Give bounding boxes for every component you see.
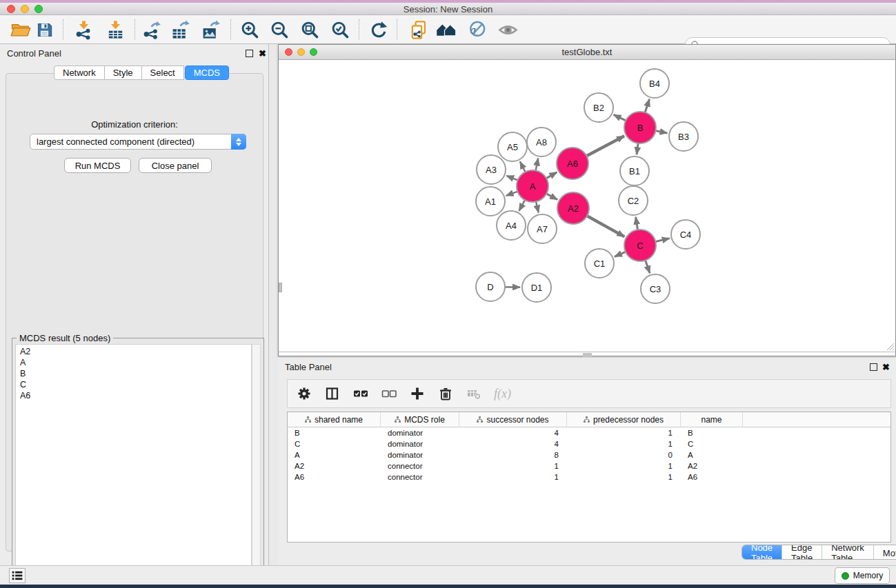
- table-row[interactable]: Bdominator41B: [288, 427, 890, 438]
- table-row[interactable]: A2connector11A2: [288, 460, 890, 472]
- cell-predecessor-nodes[interactable]: 1: [567, 472, 681, 483]
- cell-predecessor-nodes[interactable]: 1: [567, 460, 681, 472]
- add-column-icon[interactable]: [409, 385, 426, 402]
- import-network-icon[interactable]: [70, 15, 97, 44]
- close-panel-icon[interactable]: ✖: [259, 50, 266, 57]
- cell-shared-name[interactable]: A2: [288, 460, 381, 472]
- cell-name[interactable]: C: [681, 438, 743, 449]
- hide-labels-icon[interactable]: a: [463, 15, 490, 44]
- criterion-dropdown[interactable]: largest connected component (directed): [30, 134, 246, 150]
- import-table-icon[interactable]: [101, 15, 129, 44]
- table-toolbar: f(x): [287, 379, 891, 408]
- zoom-selected-icon[interactable]: [326, 15, 354, 44]
- network-column-icon: [584, 415, 590, 425]
- cell-predecessor-nodes[interactable]: 0: [567, 449, 681, 460]
- result-item[interactable]: A: [20, 357, 251, 368]
- cell-MCDS-role[interactable]: dominator: [381, 427, 459, 438]
- cell-shared-name[interactable]: A: [288, 449, 381, 460]
- tab-edge-table[interactable]: Edge Table: [781, 545, 822, 560]
- network-graph[interactable]: B4B2BB3A8A5A6A3B1AA1C2A2A4A7C4CC1C3DD1: [279, 60, 895, 352]
- tab-select[interactable]: Select: [142, 65, 184, 80]
- zoom-out-icon[interactable]: [266, 15, 293, 44]
- close-table-panel-icon[interactable]: ✖: [882, 363, 890, 371]
- control-panel: Control Panel ✖ NetworkStyleSelectMCDS O…: [0, 44, 269, 565]
- delete-table-icon[interactable]: [466, 385, 482, 402]
- cell-MCDS-role[interactable]: connector: [381, 472, 459, 483]
- network-window-title: testGlobe.txt: [279, 47, 895, 57]
- tab-mcds[interactable]: MCDS: [185, 65, 229, 80]
- show-details-eye-icon[interactable]: [494, 15, 521, 44]
- cell-shared-name[interactable]: B: [288, 427, 381, 438]
- cell-successor-nodes[interactable]: 1: [459, 460, 567, 472]
- cell-predecessor-nodes[interactable]: 1: [567, 438, 681, 449]
- cell-name[interactable]: A: [681, 449, 743, 460]
- table-row[interactable]: Cdominator41C: [288, 438, 890, 449]
- export-network-icon[interactable]: [137, 15, 165, 44]
- cell-name[interactable]: A2: [681, 460, 743, 472]
- resize-grip-icon[interactable]: [886, 342, 895, 351]
- export-image-icon[interactable]: [197, 15, 224, 44]
- cell-name[interactable]: A6: [681, 472, 743, 483]
- result-item[interactable]: C: [20, 379, 251, 390]
- node-label-A2: A2: [568, 203, 579, 214]
- vertical-scroll-thumb[interactable]: [279, 283, 282, 292]
- cell-MCDS-role[interactable]: dominator: [381, 449, 459, 460]
- tab-node-table[interactable]: Node Table: [742, 545, 781, 560]
- save-session-icon[interactable]: [30, 15, 58, 44]
- node-label-B1: B1: [629, 166, 640, 176]
- tab-style[interactable]: Style: [105, 65, 142, 80]
- network-canvas[interactable]: B4B2BB3A8A5A6A3B1AA1C2A2A4A7C4CC1C3DD1: [279, 60, 895, 352]
- function-builder-icon[interactable]: f(x): [494, 387, 511, 401]
- mcds-result-list[interactable]: A2ABCA6: [15, 344, 252, 572]
- result-item[interactable]: A6: [20, 390, 251, 401]
- column-header-name[interactable]: name: [681, 412, 743, 427]
- delete-column-trash-icon[interactable]: [437, 385, 454, 402]
- refresh-icon[interactable]: [365, 15, 392, 44]
- cell-predecessor-nodes[interactable]: 1: [567, 427, 681, 438]
- memory-button[interactable]: Memory: [835, 567, 890, 584]
- result-scrollbar[interactable]: [252, 344, 261, 572]
- column-header-MCDS-role[interactable]: MCDS role: [381, 412, 459, 427]
- cell-successor-nodes[interactable]: 8: [459, 449, 567, 460]
- cell-successor-nodes[interactable]: 4: [459, 438, 567, 449]
- task-history-button[interactable]: [9, 568, 26, 583]
- cell-successor-nodes[interactable]: 1: [459, 472, 567, 483]
- network-window-titlebar[interactable]: testGlobe.txt: [279, 45, 895, 60]
- clear-all-checkboxes-icon[interactable]: [381, 385, 397, 402]
- tab-network-table[interactable]: Network Table: [822, 545, 873, 560]
- node-label-C2: C2: [628, 196, 639, 206]
- horizontal-scrollbar[interactable]: [279, 352, 895, 356]
- cell-shared-name[interactable]: A6: [288, 472, 381, 483]
- table-row[interactable]: A6connector11A6: [288, 472, 890, 483]
- clone-network-icon[interactable]: [405, 15, 432, 44]
- table-row[interactable]: Adominator80A: [288, 449, 890, 460]
- float-table-panel-icon[interactable]: [870, 363, 877, 371]
- memory-status-icon: [842, 572, 849, 580]
- cell-MCDS-role[interactable]: connector: [381, 460, 459, 472]
- select-all-checkboxes-icon[interactable]: [352, 385, 369, 402]
- toolbar-separator: [135, 19, 135, 40]
- home-icon[interactable]: [432, 15, 460, 44]
- horizontal-scroll-thumb[interactable]: [583, 353, 592, 356]
- zoom-in-icon[interactable]: [236, 15, 263, 44]
- export-table-icon[interactable]: [166, 15, 194, 44]
- result-item[interactable]: B: [20, 368, 251, 379]
- split-columns-icon[interactable]: [324, 385, 341, 402]
- cell-MCDS-role[interactable]: dominator: [381, 438, 459, 449]
- cell-name[interactable]: B: [681, 427, 743, 438]
- column-header-successor-nodes[interactable]: successor nodes: [459, 412, 567, 427]
- toolbar-separator: [359, 19, 359, 40]
- mcds-result-box: MCDS result (5 nodes) A2ABCA6: [12, 338, 264, 576]
- zoom-fit-icon[interactable]: [296, 15, 323, 44]
- tab-motifs[interactable]: Motifs: [873, 545, 896, 560]
- cell-shared-name[interactable]: C: [288, 438, 381, 449]
- result-item[interactable]: A2: [20, 346, 251, 357]
- table-settings-gear-icon[interactable]: [296, 385, 312, 402]
- cell-successor-nodes[interactable]: 4: [459, 427, 567, 438]
- column-header-shared-name[interactable]: shared name: [288, 412, 381, 427]
- column-header-predecessor-nodes[interactable]: predecessor nodes: [567, 412, 681, 427]
- close-panel-button[interactable]: Close panel: [139, 158, 212, 173]
- float-panel-icon[interactable]: [246, 50, 253, 57]
- tab-network[interactable]: Network: [54, 65, 105, 80]
- run-mcds-button[interactable]: Run MCDS: [64, 158, 131, 173]
